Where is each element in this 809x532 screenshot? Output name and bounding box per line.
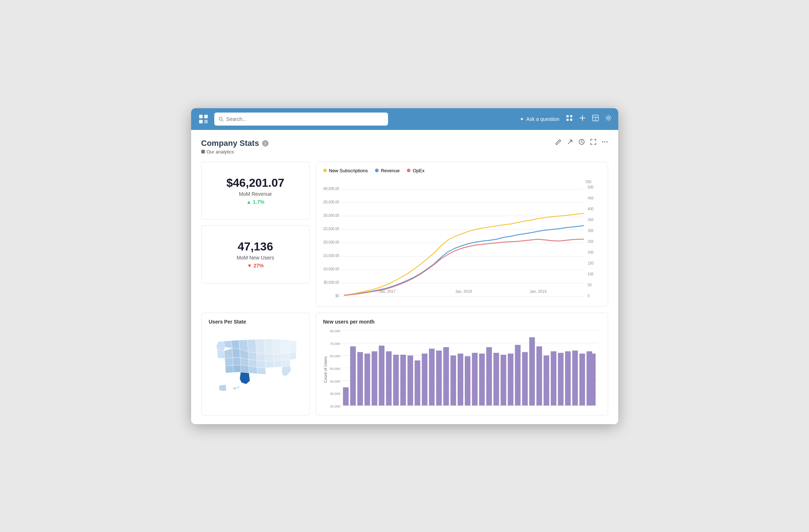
svg-text:70,000: 70,000 bbox=[330, 341, 340, 345]
svg-text:50,000: 50,000 bbox=[330, 367, 340, 371]
svg-text:Jan, 2018: Jan, 2018 bbox=[455, 289, 472, 293]
history-button[interactable] bbox=[578, 139, 585, 147]
svg-rect-68 bbox=[350, 346, 356, 405]
bar-chart-y-label: Count of Users bbox=[323, 330, 328, 409]
header: ✦ Ask a question bbox=[191, 108, 618, 130]
svg-rect-89 bbox=[500, 355, 506, 405]
page-actions bbox=[555, 139, 608, 147]
svg-text:250: 250 bbox=[587, 239, 593, 243]
fullscreen-button[interactable] bbox=[590, 139, 597, 147]
share-button[interactable] bbox=[567, 139, 573, 147]
grid-icon[interactable] bbox=[566, 115, 573, 123]
users-change: ▼ 27% bbox=[247, 263, 264, 269]
svg-rect-99 bbox=[572, 350, 578, 405]
legend-opex: OpEx bbox=[407, 168, 425, 173]
legend-dot-revenue bbox=[375, 169, 379, 172]
svg-rect-95 bbox=[543, 355, 549, 405]
svg-text:350: 350 bbox=[587, 218, 593, 221]
search-bar[interactable] bbox=[214, 113, 388, 126]
legend-revenue: Revenue bbox=[375, 168, 400, 173]
svg-rect-6 bbox=[566, 115, 569, 117]
page-content: Company Stats i Our analytics bbox=[191, 130, 618, 424]
map-container bbox=[209, 330, 302, 402]
users-value: 47,136 bbox=[238, 240, 273, 253]
svg-point-15 bbox=[607, 117, 610, 119]
svg-rect-86 bbox=[479, 354, 485, 406]
svg-rect-70 bbox=[364, 354, 370, 406]
svg-rect-67 bbox=[343, 387, 349, 405]
svg-point-18 bbox=[604, 141, 605, 142]
breadcrumb-label: Our analytics bbox=[207, 149, 234, 155]
settings-icon[interactable] bbox=[605, 115, 612, 123]
page-title: Company Stats i bbox=[201, 139, 269, 148]
svg-rect-83 bbox=[458, 354, 463, 406]
map-title: Users Per State bbox=[209, 319, 302, 325]
revenue-label: MoM Revenue bbox=[239, 191, 272, 197]
svg-text:$35,000.00: $35,000.00 bbox=[323, 200, 340, 204]
legend-dot-subscriptions bbox=[323, 169, 327, 172]
svg-rect-96 bbox=[551, 351, 556, 405]
legend-label-subscriptions: New Subscriptions bbox=[329, 168, 368, 173]
add-icon[interactable] bbox=[579, 115, 586, 123]
svg-rect-88 bbox=[493, 352, 499, 405]
svg-rect-79 bbox=[429, 349, 435, 405]
chart-legend: New Subscriptions Revenue OpEx bbox=[323, 168, 601, 173]
svg-rect-87 bbox=[486, 347, 492, 405]
svg-text:400: 400 bbox=[587, 207, 593, 211]
svg-text:550: 550 bbox=[585, 180, 591, 183]
svg-rect-92 bbox=[522, 352, 528, 405]
svg-rect-101 bbox=[586, 351, 592, 405]
svg-text:100: 100 bbox=[587, 272, 593, 276]
legend-subscriptions: New Subscriptions bbox=[323, 168, 368, 173]
info-icon[interactable]: i bbox=[262, 140, 269, 147]
users-label: MoM New Users bbox=[237, 255, 274, 261]
svg-rect-71 bbox=[371, 351, 377, 405]
legend-label-opex: OpEx bbox=[413, 168, 425, 173]
revenue-change: ▲ 1.7% bbox=[247, 199, 265, 205]
dashboard-icon[interactable] bbox=[592, 115, 599, 123]
ask-question-button[interactable]: ✦ Ask a question bbox=[520, 116, 560, 122]
revenue-change-value: 1.7% bbox=[253, 199, 264, 205]
svg-text:150: 150 bbox=[587, 261, 593, 265]
svg-text:$25,000.00: $25,000.00 bbox=[323, 227, 340, 231]
svg-rect-80 bbox=[436, 350, 442, 405]
svg-rect-74 bbox=[393, 355, 399, 405]
bar-chart-card: New users per month Count of Users 20,00… bbox=[316, 313, 608, 415]
svg-rect-100 bbox=[579, 354, 585, 406]
svg-rect-78 bbox=[422, 354, 427, 406]
bar-chart-title: New users per month bbox=[323, 319, 601, 325]
revenue-value: $46,201.07 bbox=[226, 176, 284, 190]
svg-text:$30,000.00: $30,000.00 bbox=[323, 213, 340, 217]
svg-text:$15,000.00: $15,000.00 bbox=[323, 253, 340, 257]
svg-text:60,000: 60,000 bbox=[330, 354, 340, 358]
down-arrow-icon: ▼ bbox=[247, 263, 252, 269]
svg-text:$20,000.00: $20,000.00 bbox=[323, 240, 340, 244]
legend-label-revenue: Revenue bbox=[381, 168, 400, 173]
edit-button[interactable] bbox=[555, 139, 562, 147]
breadcrumb: Our analytics bbox=[201, 149, 269, 155]
svg-rect-9 bbox=[570, 119, 572, 121]
svg-rect-91 bbox=[515, 345, 521, 405]
svg-rect-8 bbox=[566, 119, 569, 121]
svg-point-17 bbox=[602, 141, 603, 142]
svg-rect-72 bbox=[379, 346, 384, 406]
left-stats: $46,201.07 MoM Revenue ▲ 1.7% 47,136 MoM… bbox=[201, 162, 310, 307]
more-button[interactable] bbox=[602, 139, 608, 147]
svg-rect-94 bbox=[536, 346, 542, 405]
svg-text:$5,000.00: $5,000.00 bbox=[324, 280, 339, 284]
svg-rect-75 bbox=[400, 355, 406, 405]
svg-rect-2 bbox=[199, 120, 203, 123]
svg-point-19 bbox=[606, 141, 607, 142]
bar-chart-svg: 20,000 30,000 40,000 50,000 60,000 70,00… bbox=[329, 330, 601, 409]
search-input[interactable] bbox=[226, 116, 384, 122]
svg-rect-0 bbox=[199, 115, 203, 118]
ask-question-label: Ask a question bbox=[526, 116, 560, 122]
svg-text:20,000: 20,000 bbox=[330, 404, 340, 408]
revenue-card: $46,201.07 MoM Revenue ▲ 1.7% bbox=[201, 162, 310, 220]
svg-text:80,000: 80,000 bbox=[330, 330, 340, 333]
svg-text:450: 450 bbox=[587, 196, 593, 200]
page-title-area: Company Stats i Our analytics bbox=[201, 139, 269, 155]
header-right: ✦ Ask a question bbox=[520, 115, 612, 123]
svg-text:$40,000.00: $40,000.00 bbox=[323, 186, 340, 190]
svg-rect-7 bbox=[570, 115, 572, 117]
